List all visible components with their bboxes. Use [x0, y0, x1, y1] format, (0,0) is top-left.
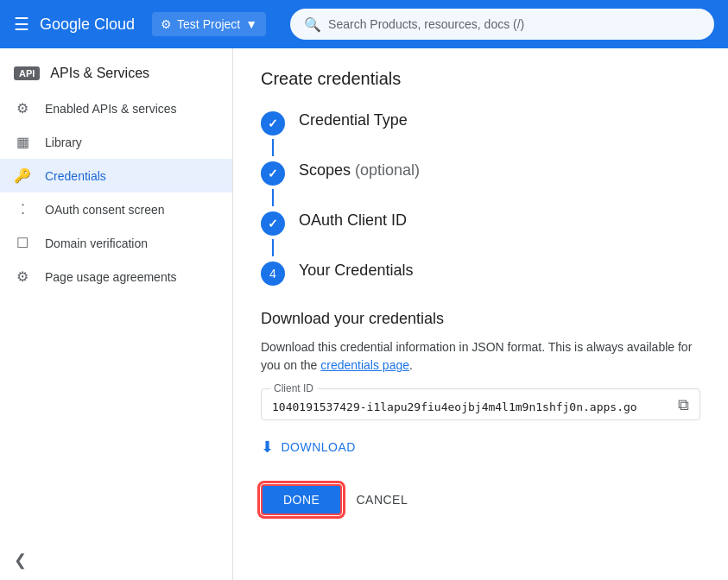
project-selector[interactable]: ⚙ Test Project ▼: [152, 12, 266, 36]
step2-icon: [261, 161, 285, 186]
sidebar-item-domain-verification[interactable]: ☐ Domain verification: [0, 226, 232, 260]
step-connector-3: [272, 239, 274, 256]
sidebar-item-library[interactable]: ▦ Library: [0, 125, 232, 159]
footer-buttons: DONE CANCEL: [261, 484, 700, 515]
sidebar-item-page-usage-label: Page usage agreements: [45, 270, 177, 284]
step4-icon: 4: [261, 262, 285, 286]
step-your-credentials: 4 Your Credentials: [261, 260, 700, 286]
project-name: Test Project: [177, 17, 240, 31]
sidebar-collapse-button[interactable]: ❮: [0, 540, 232, 580]
library-icon: ▦: [14, 134, 31, 150]
sidebar-nav: ⚙ Enabled APIs & services ▦ Library 🔑 Cr…: [0, 91, 232, 293]
download-title: Download your credentials: [261, 310, 700, 328]
copy-icon[interactable]: ⧉: [678, 396, 689, 414]
project-icon: ⚙: [161, 17, 172, 31]
step-credential-type: Credential Type: [261, 110, 700, 136]
step1-label: Credential Type: [299, 110, 408, 129]
sidebar-item-domain-label: Domain verification: [45, 236, 148, 250]
step-oauth-client-id: OAuth Client ID: [261, 210, 700, 236]
step3-label: OAuth Client ID: [299, 210, 407, 230]
step-connector-1: [272, 139, 274, 156]
step-scopes: Scopes (optional): [261, 160, 700, 186]
sidebar-title: APIs & Services: [50, 66, 149, 81]
step-connector-2: [272, 189, 274, 206]
google-cloud-logo: Google Cloud: [40, 16, 135, 34]
sidebar-header: API APIs & Services: [0, 55, 232, 91]
download-section: Download your credentials Download this …: [261, 310, 700, 457]
enabled-apis-icon: ⚙: [14, 100, 31, 117]
search-icon: 🔍: [304, 16, 321, 33]
steps-list: Credential Type Scopes (optional) OAuth …: [261, 110, 700, 289]
domain-icon: ☐: [14, 235, 31, 251]
sidebar-item-library-label: Library: [45, 136, 82, 149]
menu-icon[interactable]: ☰: [14, 14, 29, 35]
sidebar-item-page-usage[interactable]: ⚙ Page usage agreements: [0, 260, 232, 293]
page-usage-icon: ⚙: [14, 268, 31, 285]
step3-icon: [261, 211, 285, 236]
sidebar-item-credentials[interactable]: 🔑 Credentials: [0, 159, 232, 192]
download-description: Download this credential information in …: [261, 338, 700, 375]
content-area: Create credentials Credential Type Scope…: [233, 48, 728, 580]
credentials-page-link[interactable]: credentials page: [320, 358, 409, 372]
client-id-value: 1040191537429-i1lapu29fiu4eojbj4m4l1m9n1…: [272, 397, 671, 413]
download-icon: ⬇: [261, 438, 275, 457]
sidebar: API APIs & Services ⚙ Enabled APIs & ser…: [0, 48, 233, 580]
sidebar-item-credentials-label: Credentials: [45, 169, 106, 183]
sidebar-item-enabled-apis-label: Enabled APIs & services: [45, 102, 177, 116]
oauth-consent-icon: ⁚: [14, 201, 31, 218]
topbar: ☰ Google Cloud ⚙ Test Project ▼ 🔍 Search…: [0, 0, 728, 48]
cancel-button[interactable]: CANCEL: [356, 493, 408, 507]
credentials-icon: 🔑: [14, 167, 31, 184]
download-button[interactable]: ⬇ DOWNLOAD: [261, 438, 356, 457]
scopes-optional: (optional): [355, 161, 420, 179]
step2-label: Scopes (optional): [299, 160, 420, 180]
search-bar[interactable]: 🔍 Search Products, resources, docs (/): [290, 9, 714, 40]
client-id-label: Client ID: [270, 382, 317, 394]
logo-text: Google Cloud: [40, 16, 135, 34]
api-badge: API: [14, 66, 40, 80]
sidebar-item-oauth-label: OAuth consent screen: [45, 203, 165, 217]
sidebar-item-oauth-consent[interactable]: ⁚ OAuth consent screen: [0, 192, 232, 226]
step4-label: Your Credentials: [299, 260, 413, 280]
done-button[interactable]: DONE: [261, 484, 342, 515]
sidebar-item-enabled-apis[interactable]: ⚙ Enabled APIs & services: [0, 91, 232, 125]
search-label: Search Products, resources, docs (/): [328, 17, 524, 31]
main-layout: API APIs & Services ⚙ Enabled APIs & ser…: [0, 48, 728, 580]
step1-icon: [261, 111, 285, 136]
dropdown-icon: ▼: [245, 17, 257, 31]
download-label: DOWNLOAD: [282, 440, 356, 454]
client-id-field: Client ID 1040191537429-i1lapu29fiu4eojb…: [261, 388, 700, 420]
page-title: Create credentials: [261, 69, 700, 89]
